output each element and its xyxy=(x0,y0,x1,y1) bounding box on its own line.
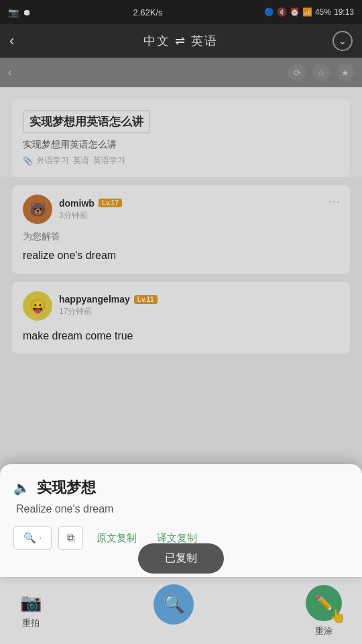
sheet-english-phrase: Realize one's dream xyxy=(13,503,349,515)
search-action-button[interactable]: 🔍 › xyxy=(13,526,52,550)
copied-toast: 已复制 xyxy=(138,543,224,574)
copy-original-button[interactable]: 原文复制 xyxy=(90,527,143,550)
sheet-phrase-row: 🔈 实现梦想 xyxy=(13,478,349,498)
copy-icon-button[interactable]: ⧉ xyxy=(58,526,83,550)
speaker-icon[interactable]: 🔈 xyxy=(13,480,30,496)
clipboard-icon: ⧉ xyxy=(67,532,74,544)
search-icon: 🔍 xyxy=(23,532,36,544)
chevron-right-icon: › xyxy=(39,533,42,543)
sheet-chinese-phrase: 实现梦想 xyxy=(37,478,96,498)
